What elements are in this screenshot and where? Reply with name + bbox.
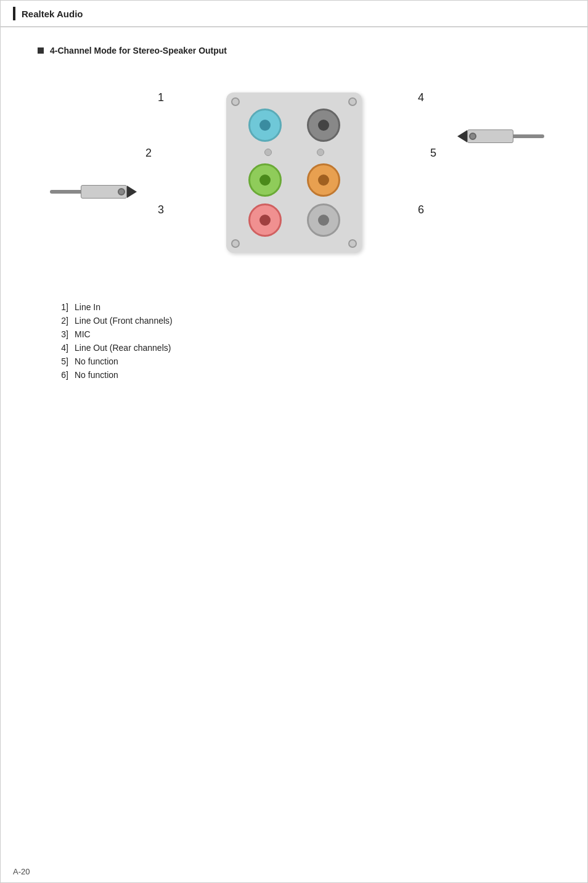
port-4-line-out-rear [307,109,340,142]
legend-item: 3]MIC [50,329,550,339]
label-5: 5 [430,147,436,160]
left-plug-tip [118,188,125,195]
right-cable [513,134,544,138]
legend-num-3: 3] [50,329,68,339]
legend-desc-1: Line In [75,302,100,312]
legend-item: 2]Line Out (Front channels) [50,316,550,326]
screw-dot-left [264,149,272,156]
content-area: 4-Channel Mode for Stereo-Speaker Output… [1,27,587,421]
screw-bottom-left [231,239,240,248]
legend-list: 1]Line In2]Line Out (Front channels)3]MI… [50,302,550,380]
left-cable [50,190,81,194]
screw-dot-row [235,149,353,156]
port-row-3 [235,203,353,237]
section-title-text: 4-Channel Mode for Stereo-Speaker Output [50,46,227,55]
page: Realtek Audio 4-Channel Mode for Stereo-… [0,0,588,883]
legend-num-1: 1] [50,302,68,312]
port-2-inner [259,175,271,186]
port-row-2 [235,163,353,197]
label-1: 1 [158,91,164,104]
footer-page: A-20 [13,867,30,876]
right-plug [467,129,513,143]
legend-desc-4: Line Out (Rear channels) [75,343,171,353]
screw-top-right [348,97,357,106]
port-3-mic [248,203,282,237]
header-accent-bar [13,7,15,20]
left-arrow-icon [127,186,137,198]
port-6-no-function [307,203,340,237]
audio-panel [226,92,362,253]
legend-item: 1]Line In [50,302,550,312]
port-6-inner [318,215,329,226]
label-4: 4 [418,91,424,104]
port-3-inner [259,215,271,226]
legend-item: 6]No function [50,370,550,380]
port-1-line-in [248,109,282,142]
right-arrow-icon [457,130,467,142]
legend-desc-3: MIC [75,329,91,339]
legend-desc-2: Line Out (Front channels) [75,316,173,326]
port-2-line-out-front [248,163,282,197]
bullet-icon [38,47,44,54]
legend-num-2: 2] [50,316,68,326]
label-3: 3 [158,203,164,216]
left-plug [81,185,127,199]
legend-desc-6: No function [75,370,118,380]
right-plug-tip [469,133,476,140]
port-5-inner [318,175,329,186]
header-bar: Realtek Audio [1,1,587,27]
left-connector [50,185,137,199]
screw-bottom-right [348,239,357,248]
diagram-area: 1 2 3 4 5 6 [38,74,550,271]
port-4-inner [318,120,329,131]
section-title-row: 4-Channel Mode for Stereo-Speaker Output [38,46,550,55]
legend-num-6: 6] [50,370,68,380]
port-5-no-function [307,163,340,197]
legend-desc-5: No function [75,356,118,366]
legend-item: 4]Line Out (Rear channels) [50,343,550,353]
legend-num-4: 4] [50,343,68,353]
label-2: 2 [145,147,152,160]
screw-top-left [231,97,240,106]
legend-num-5: 5] [50,356,68,366]
legend-item: 5]No function [50,356,550,366]
label-6: 6 [418,203,424,216]
screw-dot-right [317,149,324,156]
right-connector [457,129,544,143]
header-title: Realtek Audio [22,9,83,19]
port-1-inner [259,120,271,131]
port-row-1 [235,109,353,142]
